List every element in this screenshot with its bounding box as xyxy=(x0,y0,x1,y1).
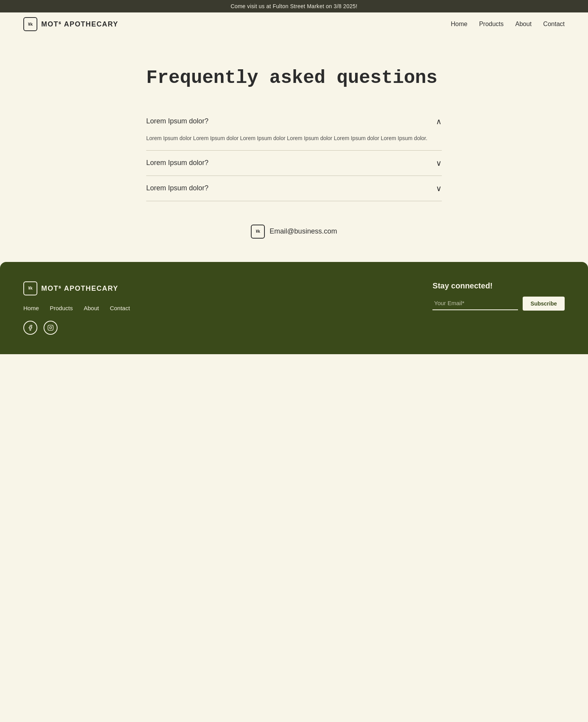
footer: ¥k MOTˢ APOTHECARY Home Products About C… xyxy=(0,262,588,354)
header: ¥k MOTˢ APOTHECARY Home Products About C… xyxy=(0,12,588,36)
nav-home[interactable]: Home xyxy=(451,21,467,28)
faq-section: Lorem Ipsum dolor? ∧ Lorem Ipsum dolor L… xyxy=(146,109,442,201)
email-subscribe-form: Subscribe xyxy=(432,297,565,311)
footer-inner: ¥k MOTˢ APOTHECARY Home Products About C… xyxy=(23,281,565,335)
footer-nav-home[interactable]: Home xyxy=(23,305,39,311)
faq-chevron-2: ∨ xyxy=(436,158,442,168)
faq-question-text-2: Lorem Ipsum dolor? xyxy=(146,159,208,167)
svg-rect-0 xyxy=(48,325,53,330)
footer-nav-about[interactable]: About xyxy=(84,305,99,311)
nav-about[interactable]: About xyxy=(515,21,532,28)
footer-logo-text: MOTˢ APOTHECARY xyxy=(41,284,118,293)
footer-left: ¥k MOTˢ APOTHECARY Home Products About C… xyxy=(23,281,130,335)
footer-right: Stay connected! Subscribe xyxy=(432,281,565,311)
nav-contact[interactable]: Contact xyxy=(543,21,565,28)
faq-question-text-1: Lorem Ipsum dolor? xyxy=(146,117,208,125)
stay-connected-text: Stay connected! xyxy=(432,281,565,290)
email-link[interactable]: Email@business.com xyxy=(270,227,337,235)
footer-logo-area: ¥k MOTˢ APOTHECARY xyxy=(23,281,130,295)
email-logo-icon: ¥k xyxy=(251,225,265,239)
logo-icon: ¥k xyxy=(23,17,37,31)
footer-logo-icon: ¥k xyxy=(23,281,37,295)
faq-chevron-3: ∨ xyxy=(436,184,442,193)
faq-question-2[interactable]: Lorem Ipsum dolor? ∨ xyxy=(146,151,442,176)
page-title: Frequently asked questions xyxy=(146,67,442,90)
announcement-bar: Come visit us at Fulton Street Market on… xyxy=(0,0,588,12)
instagram-icon[interactable] xyxy=(44,321,58,335)
footer-nav-products[interactable]: Products xyxy=(50,305,73,311)
faq-chevron-1: ∧ xyxy=(436,117,442,126)
logo-text: MOTˢ APOTHECARY xyxy=(41,20,118,28)
facebook-icon[interactable] xyxy=(23,321,37,335)
faq-item-1: Lorem Ipsum dolor? ∧ Lorem Ipsum dolor L… xyxy=(146,109,442,151)
main-content: Frequently asked questions Lorem Ipsum d… xyxy=(138,36,450,262)
contact-email-section: ¥k Email@business.com xyxy=(146,225,442,239)
email-subscribe-input[interactable] xyxy=(432,297,518,310)
nav-products[interactable]: Products xyxy=(479,21,504,28)
main-nav: Home Products About Contact xyxy=(451,21,565,28)
faq-question-text-3: Lorem Ipsum dolor? xyxy=(146,184,208,192)
footer-nav: Home Products About Contact xyxy=(23,305,130,311)
announcement-text: Come visit us at Fulton Street Market on… xyxy=(231,3,357,9)
faq-answer-1: Lorem Ipsum dolor Lorem Ipsum dolor Lore… xyxy=(146,134,442,150)
logo-link[interactable]: ¥k MOTˢ APOTHECARY xyxy=(23,17,118,31)
faq-item-2: Lorem Ipsum dolor? ∨ xyxy=(146,151,442,176)
faq-question-3[interactable]: Lorem Ipsum dolor? ∨ xyxy=(146,176,442,201)
footer-nav-contact[interactable]: Contact xyxy=(110,305,130,311)
subscribe-button[interactable]: Subscribe xyxy=(523,297,565,311)
faq-item-3: Lorem Ipsum dolor? ∨ xyxy=(146,176,442,201)
faq-question-1[interactable]: Lorem Ipsum dolor? ∧ xyxy=(146,109,442,134)
footer-social xyxy=(23,321,130,335)
